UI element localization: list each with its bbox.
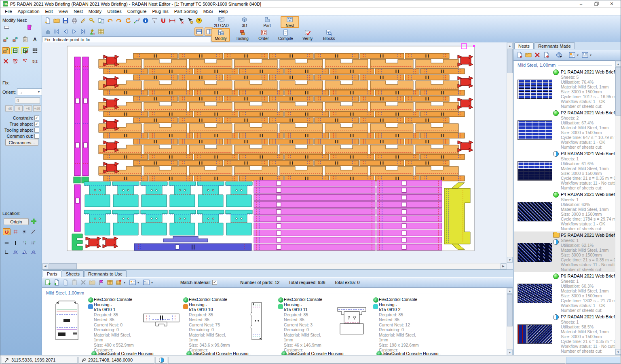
menu-plug-ins[interactable]: Plug-Ins xyxy=(149,8,171,14)
corner-arrow-icon[interactable] xyxy=(3,248,11,255)
part-list-item[interactable]: ✓FlexControl Console Housing -515-0910-1… xyxy=(45,297,139,349)
line-v-icon[interactable] xyxy=(12,240,19,246)
nest-thumbnail[interactable] xyxy=(518,120,552,140)
import-part-icon[interactable] xyxy=(53,278,61,286)
refresh-icon[interactable] xyxy=(124,17,132,25)
menu-utilities[interactable]: Utilities xyxy=(104,8,124,14)
measure-icon[interactable] xyxy=(168,17,176,25)
rotate-part-icon[interactable] xyxy=(21,58,29,65)
keys-icon[interactable] xyxy=(88,17,96,25)
nest-thumbnail[interactable] xyxy=(518,324,552,344)
tab-sheets[interactable]: Sheets xyxy=(62,270,84,277)
tool-buttons-order[interactable]: Order xyxy=(254,28,273,42)
chevron-down-icon[interactable]: ▾ xyxy=(151,281,153,284)
nest-list-item[interactable]: P6 RADAN 2021 Web BriefingSheets: 1Utili… xyxy=(514,272,615,313)
canvas-horizontal-scrollbar[interactable]: ◀ ▶ xyxy=(42,263,507,269)
match-material-checkbox[interactable]: ✓ xyxy=(212,280,217,285)
nest-drawing[interactable] xyxy=(42,42,507,263)
info-icon[interactable] xyxy=(142,17,150,25)
mode-buttons-nest[interactable]: Nest xyxy=(281,16,299,28)
angle-input[interactable] xyxy=(15,97,40,104)
nest-thumbnail[interactable] xyxy=(518,284,552,303)
delete-gray-icon[interactable] xyxy=(79,278,87,286)
parts-vertical-scrollbar[interactable]: ▲ ▼ xyxy=(507,288,513,356)
chevron-down-icon[interactable]: ▾ xyxy=(590,53,591,57)
angle-c-icon[interactable] xyxy=(30,248,37,255)
letter-a-icon[interactable]: A xyxy=(31,36,39,43)
nav-last-icon[interactable] xyxy=(79,27,87,36)
chevron-down-icon[interactable]: ▾ xyxy=(124,281,125,284)
nests-vscroll-thumb[interactable] xyxy=(615,67,621,116)
hand-icon[interactable] xyxy=(44,27,52,36)
nest-thumbnail[interactable] xyxy=(518,161,552,181)
cursor-query-icon[interactable] xyxy=(186,17,194,25)
menu-help[interactable]: Help xyxy=(216,8,231,14)
constrain-checkbox[interactable]: ✓ xyxy=(34,116,39,120)
origin-cross-icon[interactable] xyxy=(31,218,37,225)
scroll-up-icon[interactable]: ▲ xyxy=(507,288,513,294)
flat-part-icon[interactable] xyxy=(3,24,11,31)
tooling-shape-checkbox[interactable] xyxy=(34,128,39,133)
nav-next-icon[interactable] xyxy=(70,27,78,36)
grid-all-icon[interactable] xyxy=(31,47,39,54)
close-button[interactable]: ✕ xyxy=(608,1,616,7)
tool-buttons-verify[interactable]: Verify xyxy=(298,28,317,42)
transfer-icon[interactable] xyxy=(97,17,105,25)
tool-buttons-compile[interactable]: Compile xyxy=(276,28,296,42)
pin-part-icon[interactable] xyxy=(11,36,19,43)
magnet-snap-icon[interactable] xyxy=(3,228,11,235)
nest-list-item[interactable]: P7 RADAN 2021 Web BriefingSheets: 1Utili… xyxy=(514,313,615,354)
nest-thumbnail[interactable] xyxy=(518,243,552,262)
grid-snap-icon[interactable] xyxy=(21,228,28,235)
nest-canvas[interactable]: ▲ ▼ ◀ ▶ xyxy=(42,42,513,269)
new-nest-icon[interactable] xyxy=(515,51,524,59)
part-list-item[interactable]: ✓FlexControl Console Housing -515-0910-2… xyxy=(330,297,425,349)
nest-thumbnail[interactable] xyxy=(518,80,552,99)
cursor-delete-icon[interactable] xyxy=(177,17,185,25)
door-icon[interactable] xyxy=(25,24,33,31)
hscroll-thumb[interactable] xyxy=(49,263,77,269)
menu-configure[interactable]: Configure xyxy=(125,8,150,14)
seq-icon[interactable]: 5|2 xyxy=(31,58,39,65)
split-h-icon[interactable] xyxy=(194,27,203,36)
magnet-icon[interactable] xyxy=(159,17,167,25)
corner-pair-icon[interactable] xyxy=(30,240,37,246)
grid-edit-icon[interactable] xyxy=(21,47,29,54)
tool-buttons-tooling[interactable]: Tooling xyxy=(233,28,251,42)
vscroll-thumb[interactable] xyxy=(507,49,513,73)
angle-b-icon[interactable] xyxy=(21,248,28,255)
nest-list-item[interactable]: P1 RADAN 2021 Web BriefingSheets: 5Utili… xyxy=(514,68,615,109)
nest-list-item[interactable]: P5 RADAN 2021 Web BriefingSheets: 1Utili… xyxy=(514,231,615,272)
origin-button[interactable]: Origin xyxy=(4,218,29,225)
scroll-down-icon[interactable]: ▼ xyxy=(507,349,513,355)
rotate-minus5-button[interactable]: -5 xyxy=(15,105,23,112)
open-icon[interactable] xyxy=(53,17,61,25)
scroll-down-icon[interactable]: ▼ xyxy=(507,257,513,263)
angle-a-icon[interactable] xyxy=(12,248,19,255)
grid-window-icon[interactable] xyxy=(11,47,19,54)
clipboard-icon[interactable] xyxy=(21,36,29,43)
print-icon[interactable] xyxy=(70,17,78,25)
rotate-plus5-button[interactable]: +5 xyxy=(24,105,32,112)
part-list-item[interactable]: ✓FlexControl Console Housing -515-0910-1… xyxy=(140,297,234,349)
open-icon[interactable] xyxy=(524,51,532,59)
menu-edit[interactable]: Edit xyxy=(42,8,56,14)
delete-red-icon[interactable] xyxy=(2,58,10,65)
bolt-icon[interactable] xyxy=(88,27,96,36)
nest-list-item[interactable]: P4 RADAN 2021 Web BriefingSheets: 1Utili… xyxy=(514,191,615,231)
clearances-button[interactable]: Clearances... xyxy=(5,139,38,146)
tab-parts[interactable]: Parts xyxy=(43,270,61,277)
tool-buttons-blocks[interactable]: Blocks xyxy=(320,28,338,42)
menu-part-sorting[interactable]: Part Sorting xyxy=(171,8,201,14)
nav-first-icon[interactable] xyxy=(53,27,61,36)
menu-modify[interactable]: Modify xyxy=(86,8,104,14)
grid-red-icon[interactable] xyxy=(12,228,19,235)
view-large-icon[interactable] xyxy=(568,51,576,59)
rotate-plus45-button[interactable]: +45 xyxy=(33,105,41,112)
move-pair-icon[interactable] xyxy=(11,58,19,65)
mode-buttons-2dcad[interactable]: 2D CAD xyxy=(211,16,231,28)
filter-icon[interactable] xyxy=(150,17,158,25)
help-icon[interactable]: ? xyxy=(195,17,203,25)
view-detail-icon[interactable] xyxy=(581,51,589,59)
nest-list-item[interactable]: P2 RADAN 2021 Web BriefingSheets: 2Utili… xyxy=(514,109,615,150)
